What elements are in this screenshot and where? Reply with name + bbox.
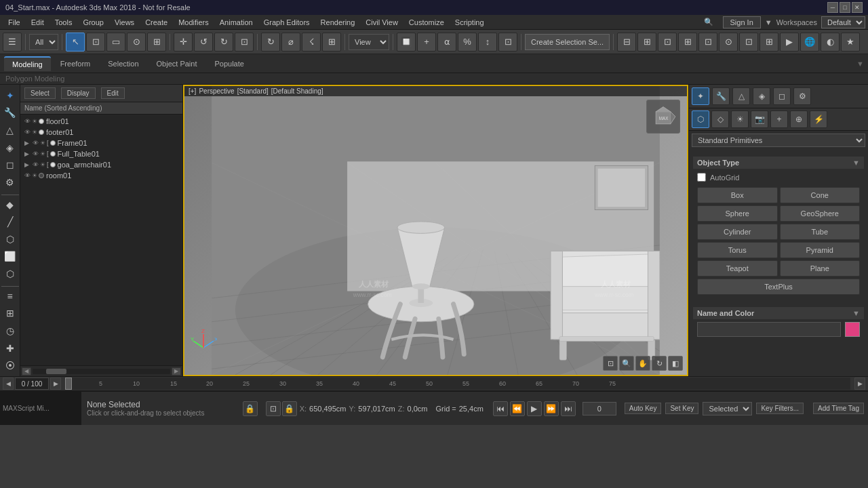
select-object-button[interactable]: ↖ [66, 33, 85, 52]
menu-create[interactable]: Create [140, 17, 173, 28]
object-name-input[interactable] [697, 322, 841, 337]
menu-views[interactable]: Views [109, 17, 140, 28]
primitive-type-select[interactable]: Standard Primitives [692, 134, 865, 147]
autogrid-checkbox[interactable] [697, 173, 706, 182]
teapot-button[interactable]: Teapot [697, 260, 778, 277]
tab-modeling[interactable]: Modeling [4, 56, 51, 71]
element-subobj[interactable]: ⬡ [1, 266, 19, 282]
time-slider-thumb[interactable] [65, 378, 72, 390]
menu-rendering[interactable]: Rendering [315, 17, 361, 28]
tab-freeform[interactable]: Freeform [52, 57, 99, 70]
select-and-move-icon[interactable]: ✚ [1, 340, 19, 357]
menu-civil-view[interactable]: Civil View [360, 17, 403, 28]
play-btn[interactable]: ▶ [527, 401, 542, 416]
modify-category-btn[interactable]: 🔧 [712, 87, 730, 105]
box-button[interactable]: Box [697, 187, 778, 203]
motion-category-btn[interactable]: ◈ [753, 87, 770, 105]
border-subobj[interactable]: ⬡ [1, 231, 19, 247]
align-button[interactable]: ⊟ [617, 33, 636, 52]
track-view[interactable]: ⊞ [678, 33, 697, 52]
render-btn[interactable]: ▶ [780, 33, 799, 52]
viewcube[interactable]: MAX [646, 100, 680, 134]
color-swatch[interactable] [845, 322, 860, 337]
modify-panel-icon[interactable]: 🔧 [1, 105, 19, 121]
cone-button[interactable]: Cone [780, 187, 861, 203]
display-btn[interactable]: Display [61, 87, 96, 99]
edit-named-selections[interactable]: ⊡ [498, 33, 517, 52]
show-end-result[interactable]: ◷ [1, 323, 19, 339]
menu-tools[interactable]: Tools [50, 17, 78, 28]
selection-filter-select[interactable]: All [29, 34, 58, 50]
rotate-button[interactable]: ↻ [261, 33, 280, 52]
place-object-btn[interactable]: ☇ [302, 33, 321, 52]
create-category-btn[interactable]: ✦ [692, 87, 709, 105]
pan-btn[interactable]: ✋ [635, 356, 650, 371]
field-of-view-btn[interactable]: ◧ [668, 356, 683, 371]
plane-button[interactable]: Plane [780, 260, 861, 277]
display-category-btn[interactable]: ◻ [773, 87, 791, 105]
geosphere-button[interactable]: GeoSphere [780, 205, 861, 222]
viewport-display-mode[interactable]: [Default Shading] [271, 87, 323, 95]
lock-selection-btn[interactable]: 🔒 [282, 401, 297, 416]
tab-object-paint[interactable]: Object Paint [149, 57, 205, 70]
sphere-button[interactable]: Sphere [697, 205, 778, 222]
timeline-end-right[interactable]: ▶ [854, 378, 865, 390]
frame-counter-input[interactable] [15, 378, 49, 390]
scene-item-frame01[interactable]: ▶ 👁 ☀ [ Frame01 [22, 138, 181, 148]
active-shade[interactable]: ◐ [821, 33, 840, 52]
snap-angle-btn[interactable]: ⍺ [437, 33, 456, 52]
select-btn[interactable]: Select [24, 87, 56, 99]
utilities-category-btn[interactable]: ⚙ [793, 87, 811, 105]
polygon-subobj[interactable]: ⬜ [1, 249, 19, 265]
textplus-button[interactable]: TextPlus [697, 279, 860, 295]
key-filters-button[interactable]: Key Filters... [756, 403, 804, 414]
timeline-right-arrow[interactable]: ▶ [50, 378, 61, 390]
current-frame-input[interactable] [583, 402, 616, 415]
name-color-header[interactable]: Name and Color ▼ [693, 307, 864, 319]
display-panel-icon[interactable]: ◻ [1, 157, 19, 174]
align-toggle[interactable]: ⊞ [637, 33, 656, 52]
selection-lock-btn[interactable]: 🔒 [243, 401, 258, 416]
menu-edit[interactable]: Edit [26, 17, 50, 28]
snap-percent-btn[interactable]: % [458, 33, 477, 52]
hierarchy-panel-icon[interactable]: △ [1, 122, 19, 138]
torus-button[interactable]: Torus [697, 242, 778, 258]
close-button[interactable]: ✕ [852, 2, 863, 13]
viewport-plus-icon[interactable]: [+] [189, 87, 196, 95]
viewport-shading-standard[interactable]: [Standard] [237, 87, 269, 95]
edit-btn[interactable]: Edit [101, 87, 125, 99]
render-frame[interactable]: ⊞ [760, 33, 778, 52]
timeline-left-arrow[interactable]: ◀ [3, 378, 14, 390]
menu-file[interactable]: File [3, 17, 26, 28]
dropdown-arrow-icon[interactable]: ▼ [765, 18, 772, 26]
shapes-icon[interactable]: ◇ [711, 110, 729, 128]
go-to-start-btn[interactable]: ⏮ [493, 401, 508, 416]
object-type-header[interactable]: Object Type ▼ [693, 157, 864, 169]
geometry-icon[interactable]: ⬡ [692, 110, 709, 128]
minimize-button[interactable]: ─ [827, 2, 838, 13]
systems-icon[interactable]: ⚡ [810, 110, 827, 128]
edge-subobj[interactable]: ╱ [1, 214, 19, 230]
add-time-tag-button[interactable]: Add Time Tag [813, 403, 864, 414]
menu-scripting[interactable]: Scripting [450, 17, 490, 28]
tab-selection[interactable]: Selection [100, 57, 146, 70]
scene-item-full-table01[interactable]: ▶ 👁 ☀ [ Full_Table01 [22, 148, 181, 159]
move-button[interactable]: ✛ [174, 33, 193, 52]
selected-filter-dropdown[interactable]: Selected [703, 402, 752, 415]
coord-mode-btn[interactable]: ⊡ [266, 401, 281, 416]
lights-icon[interactable]: ☀ [731, 110, 749, 128]
environments[interactable]: 🌐 [800, 33, 819, 52]
zoom-btn[interactable]: 🔍 [619, 356, 634, 371]
motion-panel-icon[interactable]: ◈ [1, 140, 19, 156]
select-region-circle[interactable]: ⊙ [127, 33, 146, 52]
maximize-button[interactable]: □ [840, 2, 850, 13]
helpers-icon[interactable]: + [770, 110, 788, 128]
tab-populate[interactable]: Populate [206, 57, 252, 70]
undo-button[interactable]: ↺ [194, 33, 213, 52]
scene-item-footer01[interactable]: 👁 ☀ footer01 [22, 127, 181, 138]
select-region-rect[interactable]: ▭ [106, 33, 125, 52]
scene-item-floor01[interactable]: 👁 ☀ floor01 [22, 116, 181, 127]
menu-modifiers[interactable]: Modifiers [173, 17, 214, 28]
time-slider[interactable]: 0 5 10 15 20 25 30 35 40 45 50 55 60 65 … [65, 378, 850, 390]
view-select[interactable]: View [349, 34, 389, 50]
